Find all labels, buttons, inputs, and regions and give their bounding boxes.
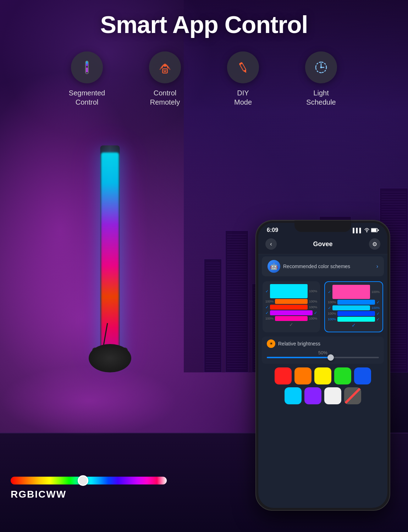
rgbicww-label: RGBICWW (11, 489, 188, 500)
settings-button[interactable]: ⚙ (369, 238, 380, 250)
svg-rect-5 (165, 70, 166, 71)
scheme-row: ✓ 100% (328, 305, 380, 310)
rgbicww-section: RGBICWW (11, 477, 188, 500)
brightness-slider[interactable] (267, 357, 379, 358)
light-bar-stand (89, 344, 131, 372)
svg-point-7 (164, 65, 166, 67)
feature-light-schedule: LightSchedule (293, 51, 349, 107)
page-title: Smart App Control (0, 11, 408, 38)
light-bar-glow (101, 153, 119, 358)
features-row: SegmentedControl ControlRemotely (0, 51, 408, 107)
scheme-row: 100% 100% (265, 316, 317, 321)
phone-container: 6:09 ▌▌▌ (255, 220, 390, 511)
svg-rect-4 (164, 70, 165, 71)
phone-outer: 6:09 ▌▌▌ (255, 220, 390, 511)
feature-schedule-label: LightSchedule (306, 88, 336, 107)
feature-segmented-control: SegmentedControl (59, 51, 115, 107)
svg-rect-21 (371, 229, 376, 232)
header: Smart App Control (0, 11, 408, 38)
scheme-row: ✓ 100% (265, 305, 317, 310)
svg-rect-22 (378, 229, 379, 231)
svg-marker-9 (244, 70, 248, 74)
remote-icon (156, 59, 173, 76)
scheme-row: 100% ✓ (328, 311, 380, 316)
svg-rect-2 (86, 67, 88, 72)
scheme-row: 100% 100% (265, 299, 317, 304)
brightness-thumb[interactable] (327, 354, 334, 361)
status-time: 6:09 (267, 227, 278, 233)
pencil-icon (235, 60, 251, 75)
phone-screen: 6:09 ▌▌▌ (258, 223, 387, 508)
palette-row-1 (263, 367, 383, 384)
svg-point-18 (315, 67, 316, 68)
brightness-title: Relative brightness (278, 341, 320, 347)
recommended-arrow: › (376, 263, 378, 270)
palette-row-2 (263, 387, 383, 404)
color-scheme-grid: ✓ 100% 100% 100% ✓ 100% (258, 278, 387, 335)
bar-floor-glow (0, 365, 177, 436)
svg-point-19 (366, 231, 368, 232)
feature-segmented-label: SegmentedControl (69, 88, 105, 107)
svg-point-16 (326, 67, 327, 68)
swatch-none[interactable] (344, 387, 361, 404)
swatch-red[interactable] (275, 367, 292, 384)
control-remotely-icon-circle (149, 51, 181, 83)
svg-point-17 (321, 72, 322, 73)
robot-icon: 🤖 (268, 260, 280, 273)
swatch-white[interactable] (324, 387, 341, 404)
wifi-icon (364, 228, 370, 232)
color-slider[interactable] (11, 477, 167, 484)
svg-rect-6 (164, 71, 166, 72)
back-button[interactable]: ‹ (265, 238, 277, 250)
clock-icon (313, 60, 329, 75)
battery-icon (371, 228, 379, 232)
swatch-cyan[interactable] (285, 387, 302, 404)
swatch-yellow[interactable] (314, 367, 331, 384)
feature-diy-label: DIYMode (234, 88, 252, 107)
light-schedule-icon-circle (305, 51, 337, 83)
slider-thumb[interactable] (78, 475, 88, 486)
brightness-section: ☀ Relative brightness 50% (262, 337, 384, 364)
swatch-orange[interactable] (294, 367, 311, 384)
light-bar-icon (79, 60, 95, 75)
phone-notch (294, 221, 351, 232)
svg-rect-3 (162, 69, 167, 73)
svg-rect-1 (86, 61, 88, 66)
brightness-fill (267, 357, 329, 358)
app-header: ‹ Govee ⚙ (258, 235, 387, 254)
brightness-icon: ☀ (267, 339, 275, 348)
brightness-pct: 50% (267, 350, 379, 355)
feature-control-remotely: ControlRemotely (137, 51, 193, 107)
feature-remotely-label: ControlRemotely (150, 88, 180, 107)
swatch-blue[interactable] (354, 367, 371, 384)
feature-diy-mode: DIYMode (215, 51, 271, 107)
swatch-purple[interactable] (304, 387, 321, 404)
recommended-left: 🤖 Recommended color schemes (268, 260, 350, 273)
app-title: Govee (313, 240, 332, 248)
signal-icon: ▌▌▌ (353, 228, 363, 233)
light-bar-container (43, 124, 177, 372)
scheme-row: ✓ 100% (265, 284, 317, 298)
color-palette (258, 365, 387, 411)
scheme-row: ✓ ✓ (265, 310, 317, 315)
scheme-col-left[interactable]: ✓ 100% 100% 100% ✓ 100% (263, 281, 320, 332)
svg-point-14 (320, 67, 322, 68)
diy-mode-icon-circle (227, 51, 259, 83)
scheme-row: 100% ✓ (328, 317, 380, 322)
segmented-control-icon-circle (71, 51, 103, 83)
scheme-row: ✓ 100% (328, 285, 380, 299)
svg-point-15 (321, 62, 322, 63)
swatch-green[interactable] (334, 367, 351, 384)
recommended-banner[interactable]: 🤖 Recommended color schemes › (262, 256, 384, 276)
status-icons: ▌▌▌ (353, 228, 379, 233)
scheme-row: 100% ✓ (328, 300, 380, 305)
scheme-col-right[interactable]: ✓ 100% 100% ✓ ✓ 100% (324, 281, 383, 332)
recommended-text: Recommended color schemes (283, 264, 350, 269)
